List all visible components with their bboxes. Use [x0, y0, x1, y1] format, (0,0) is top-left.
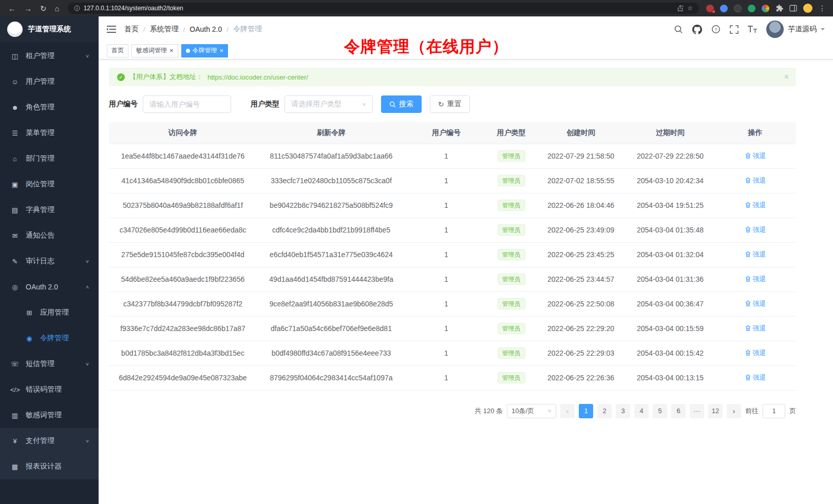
page-button[interactable]: 2	[597, 404, 612, 418]
sidebar-item-oauth2-token[interactable]: ◉ 令牌管理	[0, 325, 99, 351]
force-logout-button[interactable]: 强退	[745, 348, 766, 358]
font-size-icon[interactable]	[748, 26, 757, 33]
browser-profile-avatar[interactable]	[803, 4, 812, 13]
user-icon: ☺	[10, 78, 20, 86]
fullscreen-icon[interactable]	[730, 25, 739, 34]
access-token-cell: 41c41346a548490f9dc8b01c6bfe0865	[109, 168, 257, 193]
user-menu[interactable]: 芋道源码	[766, 21, 825, 38]
app-logo-row[interactable]: 芋道管理系统	[0, 16, 99, 42]
user-type-select[interactable]: 请选择用户类型 ∨	[285, 95, 373, 113]
create-time-cell: 2022-06-26 18:04:46	[536, 193, 626, 218]
sidebar-item-user[interactable]: ☺ 用户管理	[0, 69, 99, 94]
force-logout-button[interactable]: 强退	[745, 225, 766, 235]
extension-icon-5[interactable]	[762, 5, 769, 12]
sidebar-toggle-icon[interactable]	[107, 25, 116, 33]
sidebar-item-notice[interactable]: ✉ 通知公告	[0, 223, 99, 248]
sidebar-item-audit-log[interactable]: ✎ 审计日志 ∨	[0, 248, 99, 274]
sidebar-item-sms[interactable]: ☏ 短信管理 ∨	[0, 351, 99, 377]
tab-home[interactable]: 首页	[107, 44, 128, 57]
browser-home-button[interactable]: ⌂	[55, 5, 60, 12]
force-logout-button[interactable]: 强退	[745, 201, 766, 210]
tab-label: 敏感词管理	[136, 46, 167, 55]
sidebar-item-role[interactable]: ☻ 角色管理	[0, 94, 99, 120]
extension-icon-1[interactable]	[706, 5, 714, 12]
alert-close-icon[interactable]: ×	[784, 72, 789, 82]
menu-item-label: 报表设计器	[26, 462, 62, 471]
sidebar-item-payment[interactable]: ¥ 支付管理 ∨	[0, 428, 99, 454]
extension-icon-2[interactable]	[720, 5, 728, 12]
page-ellipsis-button[interactable]: ···	[690, 404, 704, 418]
page-info-icon[interactable]	[74, 5, 80, 11]
github-icon[interactable]	[692, 25, 702, 34]
user-id-input[interactable]	[143, 95, 231, 113]
sidebar-item-oauth2[interactable]: ◎ OAuth 2.0 ∧	[0, 274, 99, 300]
refresh-token-cell: 9ce8ef2aa9f14056b831ae9b608e28d5	[257, 292, 406, 316]
extension-icon-4[interactable]	[748, 5, 755, 12]
force-logout-button[interactable]: 强退	[745, 151, 766, 161]
browser-back-button[interactable]: ←	[8, 5, 16, 12]
extension-icon-3[interactable]	[734, 5, 742, 12]
page-button[interactable]: 1	[579, 404, 593, 418]
sidebar-item-sensitive-word[interactable]: ▥ 敏感词管理	[0, 402, 99, 428]
sidebar-item-tenant[interactable]: ◫ 租户管理 ∨	[0, 43, 99, 69]
browser-reload-button[interactable]: ↻	[40, 5, 47, 12]
prev-page-button[interactable]: ‹	[560, 404, 575, 418]
menu-item-label: OAuth 2.0	[26, 283, 58, 291]
user-id-cell: 1	[406, 316, 487, 341]
svg-text:?: ?	[714, 27, 717, 32]
sidebar-item-oauth2-application[interactable]: ⊞ 应用管理	[0, 300, 99, 325]
create-time-cell: 2022-06-25 22:26:36	[536, 365, 626, 390]
page-button[interactable]: 12	[708, 404, 723, 418]
sidebar-item-dictionary[interactable]: ▤ 字典管理	[0, 197, 99, 223]
force-logout-button[interactable]: 强退	[745, 176, 766, 185]
share-icon[interactable]	[677, 5, 684, 12]
expire-time-cell: 2054-03-04 01:31:36	[626, 267, 714, 292]
next-page-button[interactable]: ›	[727, 404, 741, 418]
user-type-cell: 管理员	[487, 193, 536, 218]
force-logout-button[interactable]: 强退	[745, 324, 766, 333]
menu-list-icon: ☰	[10, 129, 20, 137]
help-icon[interactable]: ?	[711, 25, 721, 34]
sidebar-item-menu[interactable]: ☰ 菜单管理	[0, 120, 99, 146]
browser-menu-icon[interactable]: ⋮	[819, 4, 826, 12]
breadcrumb-item-oauth2[interactable]: OAuth 2.0	[190, 25, 222, 33]
user-type-label: 用户类型	[251, 100, 279, 109]
breadcrumb-item-system[interactable]: 系统管理	[150, 25, 179, 34]
force-logout-button[interactable]: 强退	[745, 373, 766, 382]
page-button[interactable]: 6	[671, 404, 686, 418]
tab-close-icon[interactable]: ×	[220, 47, 224, 54]
force-logout-button[interactable]: 强退	[745, 299, 766, 308]
side-panel-icon[interactable]	[789, 5, 797, 12]
bookmark-star-icon[interactable]: ☆	[687, 5, 693, 11]
chevron-down-icon: ∨	[85, 259, 89, 264]
sidebar-item-error-code[interactable]: </> 错误码管理	[0, 377, 99, 402]
page-size-select[interactable]: 10条/页 ∨	[507, 404, 556, 418]
user-type-badge: 管理员	[498, 372, 525, 383]
breadcrumb-item-home[interactable]: 首页	[124, 25, 139, 34]
reset-button[interactable]: ↻ 重置	[430, 95, 470, 113]
doc-link[interactable]: https://doc.iocoder.cn/user-center/	[207, 73, 308, 81]
create-time-cell: 2022-06-25 23:44:57	[536, 267, 626, 292]
address-bar[interactable]: 127.0.0.1:1024/system/oauth2/token ☆	[68, 3, 699, 14]
force-logout-button[interactable]: 强退	[745, 250, 766, 259]
browser-extensions-area: ⋮	[704, 4, 828, 13]
sidebar-item-post[interactable]: ▣ 岗位管理	[0, 171, 99, 197]
search-icon[interactable]	[674, 25, 683, 34]
user-type-badge: 管理员	[498, 200, 525, 211]
page-button[interactable]: 5	[653, 404, 667, 418]
extensions-puzzle-icon[interactable]	[775, 5, 783, 12]
search-button[interactable]: 搜索	[381, 95, 422, 113]
force-logout-button[interactable]: 强退	[745, 275, 766, 284]
sidebar-item-report-designer[interactable]: ▦ 报表设计器	[0, 454, 99, 479]
tab-token[interactable]: 令牌管理 ×	[181, 44, 229, 57]
tab-sensitive-word[interactable]: 敏感词管理 ×	[131, 44, 178, 57]
payment-icon: ¥	[10, 437, 20, 445]
chevron-down-icon: ∨	[362, 102, 366, 107]
goto-page-input[interactable]	[763, 404, 785, 418]
access-token-cell: c342377bf8b344799dcbf7bf095287f2	[109, 292, 257, 316]
sidebar-item-department[interactable]: ⌂ 部门管理	[0, 146, 99, 171]
tab-close-icon[interactable]: ×	[169, 47, 174, 54]
page-button[interactable]: 4	[634, 404, 649, 418]
browser-forward-button[interactable]: →	[24, 5, 32, 12]
page-button[interactable]: 3	[616, 404, 630, 418]
